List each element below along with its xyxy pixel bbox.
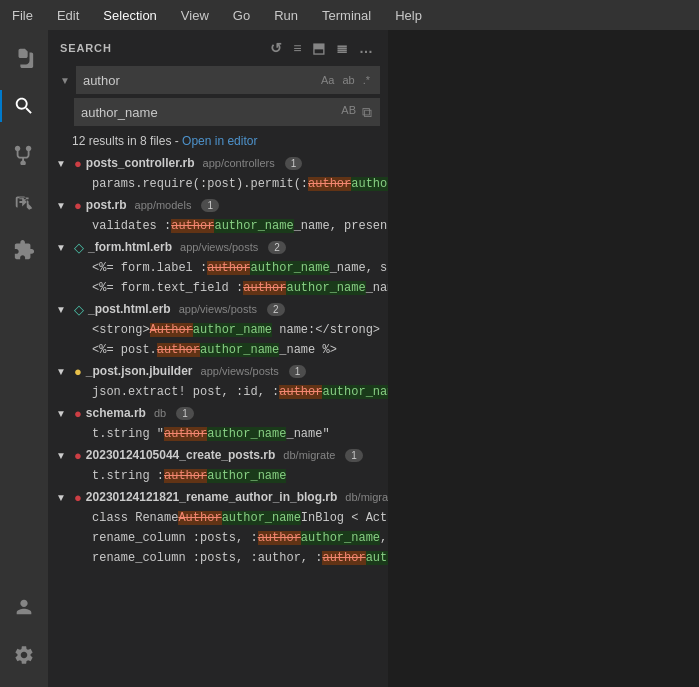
search-activity-icon[interactable] (0, 82, 48, 130)
file-name: post.rb (86, 198, 127, 212)
menu-selection[interactable]: Selection (99, 6, 160, 25)
file-group-jbuilder: ▼ ● _post.json.jbuilder app/views/posts … (48, 360, 388, 402)
match-line[interactable]: rename_column :posts, :author, :authorau… (48, 548, 388, 568)
match-line[interactable]: class RenameAuthorauthor_nameInBlog < Ac… (48, 508, 388, 528)
file-header-create-posts[interactable]: ▼ ● 20230124105044_create_posts.rb db/mi… (48, 444, 388, 466)
file-name: _post.json.jbuilder (86, 364, 193, 378)
match-line[interactable]: validates :authorauthor_name_name, prese… (48, 216, 388, 236)
source-control-icon[interactable] (0, 130, 48, 178)
more-actions-icon[interactable]: … (357, 38, 376, 58)
files-icon[interactable] (0, 34, 48, 82)
chevron-icon: ▼ (56, 492, 70, 503)
replace-all-button[interactable]: ⧉ (361, 103, 373, 122)
main-layout: SEARCH ↺ ≡ ⬒ ≣ … ▼ Aa ab .* (0, 30, 699, 687)
search-options: Aa ab .* (318, 73, 373, 87)
file-path: db (154, 407, 166, 419)
toggle-replace-icon[interactable]: ≣ (334, 38, 351, 58)
match-line[interactable]: rename_column :posts, :authorauthor_name… (48, 528, 388, 548)
file-group-post-erb: ▼ ◇ _post.html.erb app/views/posts 2 <st… (48, 298, 388, 360)
account-icon[interactable] (0, 583, 48, 631)
menu-help[interactable]: Help (391, 6, 426, 25)
menu-view[interactable]: View (177, 6, 213, 25)
menu-terminal[interactable]: Terminal (318, 6, 375, 25)
match-word-button[interactable]: ab (339, 73, 357, 87)
refresh-icon[interactable]: ↺ (268, 38, 285, 58)
sidebar-title: SEARCH (60, 42, 112, 54)
file-path: db/migrate (345, 491, 388, 503)
file-header-form-erb[interactable]: ▼ ◇ _form.html.erb app/views/posts 2 (48, 236, 388, 258)
file-count: 1 (345, 449, 363, 462)
file-group-create-posts: ▼ ● 20230124105044_create_posts.rb db/mi… (48, 444, 388, 486)
file-header-post-erb[interactable]: ▼ ◇ _post.html.erb app/views/posts 2 (48, 298, 388, 320)
menu-edit[interactable]: Edit (53, 6, 83, 25)
ruby-file-icon: ● (74, 490, 82, 505)
file-count: 2 (268, 241, 286, 254)
match-line[interactable]: <%= form.text_field :authorauthor_name_n… (48, 278, 388, 298)
file-header-rename-author[interactable]: ▼ ● 20230124121821_rename_author_in_blog… (48, 486, 388, 508)
file-name: posts_controller.rb (86, 156, 195, 170)
replace-input-container: AB ⧉ (74, 98, 380, 126)
settings-icon[interactable] (0, 631, 48, 679)
file-count: 1 (285, 157, 303, 170)
replace-input[interactable] (81, 105, 334, 120)
file-count: 1 (176, 407, 194, 420)
chevron-icon: ▼ (56, 200, 70, 211)
file-count: 1 (289, 365, 307, 378)
search-inputs: ▼ Aa ab .* ▶ AB ⧉ (48, 62, 388, 130)
match-case-button[interactable]: Aa (318, 73, 337, 87)
file-name: schema.rb (86, 406, 146, 420)
file-path: app/controllers (203, 157, 275, 169)
match-line[interactable]: params.require(:post).permit(:authorauth… (48, 174, 388, 194)
results-count: 12 results in 8 files - (72, 134, 182, 148)
file-header-posts-controller[interactable]: ▼ ● posts_controller.rb app/controllers … (48, 152, 388, 174)
search-input[interactable] (83, 73, 314, 88)
file-group-form-erb: ▼ ◇ _form.html.erb app/views/posts 2 <%=… (48, 236, 388, 298)
open-editor-link[interactable]: Open in editor (182, 134, 257, 148)
chevron-icon: ▼ (56, 158, 70, 169)
menu-bar: File Edit Selection View Go Run Terminal… (0, 0, 699, 30)
ruby-file-icon: ● (74, 198, 82, 213)
file-path: app/views/posts (179, 303, 257, 315)
file-path: app/views/posts (180, 241, 258, 253)
menu-file[interactable]: File (8, 6, 37, 25)
match-line[interactable]: t.string "authorauthor_name_name" (48, 424, 388, 444)
file-path: app/models (135, 199, 192, 211)
ruby-file-icon: ● (74, 406, 82, 421)
match-line[interactable]: t.string :authorauthor_name (48, 466, 388, 486)
match-line[interactable]: json.extract! post, :id, :authorauthor_n… (48, 382, 388, 402)
erb-file-icon: ◇ (74, 302, 84, 317)
file-group-rename-author: ▼ ● 20230124121821_rename_author_in_blog… (48, 486, 388, 568)
erb-file-icon: ◇ (74, 240, 84, 255)
results-list[interactable]: ▼ ● posts_controller.rb app/controllers … (48, 152, 388, 687)
activity-bar (0, 30, 48, 687)
ruby-file-icon: ● (74, 448, 82, 463)
file-name: _form.html.erb (88, 240, 172, 254)
file-name: 20230124121821_rename_author_in_blog.rb (86, 490, 337, 504)
search-toggle[interactable]: ▼ (56, 73, 74, 88)
search-sidebar: SEARCH ↺ ≡ ⬒ ≣ … ▼ Aa ab .* (48, 30, 388, 687)
file-header-jbuilder[interactable]: ▼ ● _post.json.jbuilder app/views/posts … (48, 360, 388, 382)
clear-results-icon[interactable]: ⬒ (310, 38, 328, 58)
file-count: 2 (267, 303, 285, 316)
regex-button[interactable]: .* (360, 73, 373, 87)
file-path: app/views/posts (201, 365, 279, 377)
menu-go[interactable]: Go (229, 6, 254, 25)
file-group-post: ▼ ● post.rb app/models 1 validates :auth… (48, 194, 388, 236)
extensions-icon[interactable] (0, 226, 48, 274)
file-header-schema[interactable]: ▼ ● schema.rb db 1 (48, 402, 388, 424)
sidebar-header-actions: ↺ ≡ ⬒ ≣ … (268, 38, 376, 58)
match-line[interactable]: <strong>Authorauthor_name name:</strong> (48, 320, 388, 340)
collapse-all-icon[interactable]: ≡ (291, 38, 304, 58)
file-path: db/migrate (283, 449, 335, 461)
match-line[interactable]: <%= form.label :authorauthor_name_name, … (48, 258, 388, 278)
chevron-icon: ▼ (56, 242, 70, 253)
match-line[interactable]: <%= post.authorauthor_name_name %> (48, 340, 388, 360)
file-count: 1 (201, 199, 219, 212)
run-debug-icon[interactable] (0, 178, 48, 226)
chevron-icon: ▼ (56, 366, 70, 377)
file-header-post[interactable]: ▼ ● post.rb app/models 1 (48, 194, 388, 216)
file-group-schema: ▼ ● schema.rb db 1 t.string "authorautho… (48, 402, 388, 444)
ruby-file-icon: ● (74, 156, 82, 171)
menu-run[interactable]: Run (270, 6, 302, 25)
preserve-case-button[interactable]: AB (338, 103, 359, 122)
